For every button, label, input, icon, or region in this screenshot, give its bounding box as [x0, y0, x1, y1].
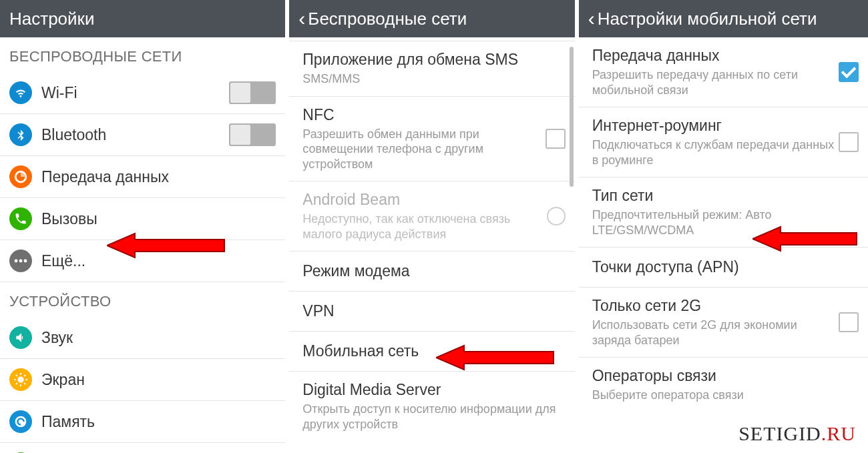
back-icon[interactable]: ‹ [298, 9, 305, 29]
wifi-label: Wi-Fi [41, 84, 229, 102]
row-bluetooth[interactable]: Bluetooth [0, 114, 285, 156]
panel-settings: Настройки БЕСПРОВОДНЫЕ СЕТИ Wi-Fi Blueto… [0, 0, 289, 453]
row-wifi[interactable]: Wi-Fi [0, 72, 285, 114]
bluetooth-icon [9, 123, 32, 146]
header-title: Настройки [9, 9, 95, 29]
data-transfer-checkbox[interactable] [839, 62, 859, 82]
nfc-title: NFC [302, 106, 545, 124]
svg-point-2 [24, 260, 27, 263]
dms-sub: Открыть доступ к носителю информации для… [302, 402, 565, 432]
header-wireless-title: Беспроводные сети [308, 9, 467, 29]
panel-mobile-settings: ‹ Настройки мобильной сети Передача данн… [579, 0, 868, 453]
header-mobile-title: Настройки мобильной сети [598, 9, 817, 29]
beam-title: Android Beam [302, 191, 546, 209]
row-display[interactable]: Экран [0, 359, 285, 401]
svg-line-9 [24, 383, 25, 384]
display-label: Экран [41, 371, 276, 389]
row-data-usage[interactable]: Передача данных [0, 156, 285, 198]
svg-line-8 [16, 375, 17, 376]
calls-label: Вызовы [41, 210, 276, 228]
section-device: УСТРОЙСТВО [0, 282, 285, 317]
header-wireless[interactable]: ‹ Беспроводные сети [289, 0, 574, 37]
svg-point-1 [19, 260, 23, 263]
dms-title: Digital Media Server [302, 381, 565, 399]
svg-line-11 [24, 375, 25, 376]
row-network-type[interactable]: Тип сети Предпочтительный режим: Авто LT… [579, 177, 868, 248]
roaming-checkbox[interactable] [839, 132, 859, 152]
svg-point-3 [17, 376, 23, 382]
bluetooth-label: Bluetooth [41, 126, 229, 144]
only2g-checkbox[interactable] [839, 312, 859, 332]
data-usage-label: Передача данных [41, 168, 276, 186]
operators-title: Операторы связи [592, 367, 859, 385]
beam-sub: Недоступно, так как отключена связь мало… [302, 211, 546, 242]
network-type-title: Тип сети [592, 187, 859, 205]
roaming-title: Интернет-роуминг [592, 117, 839, 135]
memory-icon [9, 410, 32, 433]
only2g-title: Только сети 2G [592, 297, 839, 315]
watermark-b: .RU [821, 422, 856, 444]
memory-label: Память [41, 413, 276, 431]
sms-title: Приложение для обмена SMS [302, 51, 565, 69]
data-transfer-sub: Разрешить передачу данных по сети мобиль… [592, 67, 839, 97]
roaming-sub: Подключаться к службам передачи данных в… [592, 137, 839, 167]
data-transfer-title: Передача данных [592, 47, 839, 65]
row-roaming[interactable]: Интернет-роуминг Подключаться к службам … [579, 107, 868, 177]
only2g-sub: Использовать сети 2G для экономии заряда… [592, 318, 839, 348]
section-wireless: БЕСПРОВОДНЫЕ СЕТИ [0, 37, 285, 72]
row-only-2g[interactable]: Только сети 2G Использовать сети 2G для … [579, 288, 868, 358]
wifi-icon [9, 81, 32, 104]
row-android-beam: Android Beam Недоступно, так как отключе… [289, 181, 574, 252]
beam-radio [547, 207, 566, 225]
row-calls[interactable]: Вызовы [0, 198, 285, 240]
row-mobile-network[interactable]: Мобильная сеть [289, 332, 574, 372]
scroll-indicator[interactable] [570, 47, 574, 187]
row-apn[interactable]: Точки доступа (APN) [579, 248, 868, 288]
row-data-transfer[interactable]: Передача данных Разрешить передачу данны… [579, 37, 868, 107]
svg-line-10 [16, 383, 17, 384]
phone-icon [9, 207, 32, 230]
svg-point-0 [15, 260, 18, 263]
panel-wireless: ‹ Беспроводные сети Приложение для обмен… [289, 0, 578, 453]
header-mobile[interactable]: ‹ Настройки мобильной сети [579, 0, 868, 37]
row-more[interactable]: Ещё... [0, 240, 285, 282]
display-icon [9, 368, 32, 391]
row-sms-app[interactable]: Приложение для обмена SMS SMS/MMS [289, 41, 574, 97]
sound-icon [9, 326, 32, 349]
more-icon [9, 250, 32, 272]
row-battery[interactable]: Батарея [0, 443, 285, 453]
row-vpn[interactable]: VPN [289, 292, 574, 332]
header-settings: Настройки [0, 0, 285, 37]
more-label: Ещё... [41, 252, 276, 270]
mobile-network-label: Мобильная сеть [302, 342, 565, 360]
vpn-label: VPN [302, 302, 565, 320]
nfc-sub: Разрешить обмен данными при совмещении т… [302, 127, 545, 172]
row-nfc[interactable]: NFC Разрешить обмен данными при совмещен… [289, 97, 574, 182]
back-icon[interactable]: ‹ [588, 9, 595, 29]
tethering-label: Режим модема [302, 262, 565, 280]
row-tethering[interactable]: Режим модема [289, 252, 574, 292]
bluetooth-toggle[interactable] [229, 123, 276, 146]
sms-sub: SMS/MMS [302, 71, 565, 87]
watermark-a: SETIGID [738, 422, 821, 444]
row-memory[interactable]: Память [0, 401, 285, 443]
row-dms[interactable]: Digital Media Server Открыть доступ к но… [289, 372, 574, 441]
operators-sub: Выберите оператора связи [592, 388, 859, 403]
row-sound[interactable]: Звук [0, 317, 285, 359]
data-usage-icon [9, 165, 32, 188]
apn-label: Точки доступа (APN) [592, 258, 859, 276]
sound-label: Звук [41, 329, 276, 347]
network-type-sub: Предпочтительный режим: Авто LTE/GSM/WCD… [592, 207, 859, 238]
nfc-checkbox[interactable] [546, 129, 566, 149]
wifi-toggle[interactable] [229, 81, 276, 104]
row-operators[interactable]: Операторы связи Выберите оператора связи [579, 358, 868, 412]
watermark: SETIGID.RU [738, 422, 856, 445]
